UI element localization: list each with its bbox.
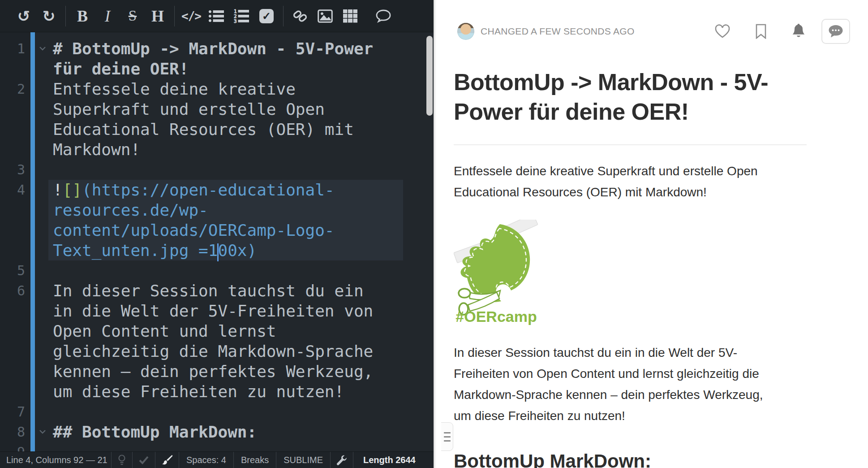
code-line[interactable]: 5 (0, 260, 434, 281)
redo-icon: ↻ (43, 7, 56, 25)
author-avatar[interactable] (457, 23, 474, 40)
preview-content: CHANGED A FEW SECONDS AGO (441, 0, 868, 468)
line-text-image-markdown[interactable]: ![](https://open-educational-resources.d… (48, 180, 403, 260)
grip-bar (444, 440, 451, 442)
redo-button[interactable]: ↻ (39, 5, 59, 27)
italic-icon: I (105, 7, 110, 26)
link-button[interactable] (290, 5, 310, 27)
night-mode-button[interactable] (112, 452, 132, 468)
image-button[interactable] (315, 5, 335, 27)
fold-chevron-icon[interactable] (39, 45, 47, 53)
line-number: 7 (0, 402, 25, 422)
line-text[interactable]: Entfessele deine kreative Superkraft und… (48, 79, 403, 160)
editor-scrollbar-thumb[interactable] (426, 36, 433, 116)
like-button[interactable] (714, 24, 731, 39)
line-number: 3 (0, 160, 25, 180)
document-length-status: Length 2644 (353, 452, 425, 468)
undo-icon: ↺ (17, 7, 30, 25)
code-line-active[interactable]: 4 ![](https://open-educational-resources… (0, 180, 434, 260)
bold-icon: B (77, 7, 88, 26)
rendered-heading-2: BottomUp MarkDown: (454, 451, 850, 468)
code-line[interactable]: 2 Entfessele deine kreative Superkraft u… (0, 79, 434, 160)
line-number: 5 (0, 260, 25, 281)
line-text[interactable]: In dieser Session tauchst du ein in die … (48, 281, 403, 402)
grip-bar (444, 432, 451, 433)
code-line[interactable]: 3 (0, 160, 434, 180)
toolbar-format-group: B I S H (66, 5, 174, 27)
line-text[interactable] (48, 442, 403, 451)
comment-button[interactable] (373, 5, 394, 27)
table-button[interactable] (340, 5, 361, 27)
line-number: 9 (0, 442, 25, 451)
editor-toolbar: ↺ ↻ B I S H </> (0, 0, 434, 32)
code-line[interactable]: 6 In dieser Session tauchst du ein in di… (0, 281, 434, 402)
checklist-button[interactable]: ✓ (256, 5, 277, 27)
toolbar-insert-group (284, 5, 400, 27)
unordered-list-button[interactable] (206, 5, 227, 27)
ordered-list-icon: 1 2 3 (234, 9, 249, 23)
spaces-setting[interactable]: Spaces: 4 (179, 452, 233, 468)
oercamp-logo-text: #OERcamp (455, 308, 537, 325)
rendered-title: BottomUp -> MarkDown - 5V-Power für dein… (454, 67, 785, 126)
line-number: 8 (0, 422, 25, 442)
checkmark-icon (138, 455, 149, 464)
grip-bar (444, 436, 451, 438)
spellcheck-button[interactable] (133, 452, 155, 468)
pane-split-divider[interactable] (434, 0, 441, 468)
rendered-paragraph-2: In dieser Session tauchst du ein in die … (454, 342, 781, 426)
line-text[interactable] (48, 260, 403, 281)
code-button[interactable]: </> (181, 5, 202, 27)
line-number: 4 (0, 180, 25, 200)
code-line[interactable]: 1 # BottomUp -> MarkDown - 5V-Power für … (0, 39, 434, 79)
link-icon (292, 9, 308, 24)
breaks-setting[interactable]: Breaks (234, 452, 276, 468)
bold-button[interactable]: B (72, 5, 93, 27)
preview-pane: CHANGED A FEW SECONDS AGO (441, 0, 868, 468)
code-line[interactable]: 7 (0, 402, 434, 422)
editor-pane: ↺ ↻ B I S H </> (0, 0, 434, 468)
heading-icon: H (151, 7, 164, 26)
code-line[interactable]: 9 (0, 442, 434, 451)
heading-button[interactable]: H (147, 5, 168, 27)
unordered-list-icon (209, 9, 224, 23)
last-changed-label: CHANGED A FEW SECONDS AGO (481, 26, 714, 37)
strikethrough-button[interactable]: S (122, 5, 143, 27)
document-actions (714, 23, 806, 39)
toolbar-list-group: </> 1 2 3 (175, 5, 283, 27)
line-text-heading[interactable]: ## BottomUp MarkDown: (48, 422, 403, 442)
pane-resize-handle[interactable] (441, 422, 453, 451)
rendered-paragraph-1: Entfessele deine kreative Superkraft und… (454, 160, 781, 203)
code-line[interactable]: 8 ## BottomUp MarkDown: (0, 422, 434, 442)
line-number: 6 (0, 281, 25, 301)
theme-button[interactable] (155, 452, 179, 468)
preferences-button[interactable] (331, 452, 353, 468)
line-text-heading[interactable]: # BottomUp -> MarkDown - 5V-Power für de… (48, 39, 403, 79)
svg-text:3: 3 (234, 18, 237, 23)
line-text[interactable] (48, 402, 403, 422)
undo-button[interactable]: ↺ (13, 5, 34, 27)
comments-panel-button[interactable] (821, 19, 850, 44)
title-rule (454, 144, 807, 145)
keymap-setting[interactable]: SUBLIME (276, 452, 330, 468)
code-area[interactable]: 1 # BottomUp -> MarkDown - 5V-Power für … (0, 32, 434, 451)
code-editor[interactable]: 1 # BottomUp -> MarkDown - 5V-Power für … (0, 32, 434, 451)
checklist-icon: ✓ (259, 9, 274, 23)
ordered-list-button[interactable]: 1 2 3 (231, 5, 252, 27)
line-number: 1 (0, 39, 25, 59)
italic-button[interactable]: I (97, 5, 118, 27)
subscribe-button[interactable] (791, 23, 806, 39)
comment-icon (375, 9, 391, 23)
token-url: (https://open-educational-resources.de/w… (53, 181, 335, 260)
token-brackets: [] (63, 181, 82, 199)
token-url: 00x) (218, 241, 257, 260)
lightbulb-icon (117, 454, 126, 466)
text-cursor (217, 243, 219, 261)
fold-chevron-icon[interactable] (39, 428, 47, 437)
cursor-position-status: Line 4, Columns 92 — 21 (0, 452, 111, 468)
oercamp-logo-image: #OERcamp (454, 220, 539, 327)
bookmark-button[interactable] (755, 24, 767, 39)
strikethrough-icon: S (129, 8, 137, 24)
toolbar-history-group: ↺ ↻ (7, 5, 65, 27)
wrench-icon (336, 455, 347, 465)
line-text[interactable] (48, 160, 403, 180)
